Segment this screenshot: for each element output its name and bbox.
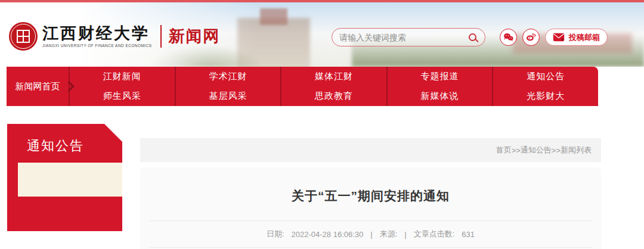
breadcrumb-separator: >>	[512, 146, 521, 155]
nav-item-jcfc[interactable]: 基层风采	[176, 86, 281, 106]
envelope-icon	[553, 33, 565, 42]
nav-item-tzgg[interactable]: 通知公告	[493, 67, 598, 86]
header-banner: 江西财经大学 JIANGXI UNIVERSITY OF FINANCE AND…	[0, 2, 644, 67]
nav-home[interactable]: 新闻网首页	[7, 67, 69, 106]
nav-item-gycd[interactable]: 光影财大	[493, 86, 598, 106]
header-actions: 投稿邮箱	[500, 29, 608, 46]
meta-separator: |	[370, 230, 372, 239]
meta-source-label: 来源:	[380, 229, 398, 239]
nav-item-jcxw[interactable]: 江财新闻	[70, 67, 175, 86]
meta-date-label: 日期:	[267, 229, 284, 239]
logo-divider	[160, 25, 162, 48]
article-title: 关于“五一”期间安排的通知	[140, 167, 601, 204]
article-card: 关于“五一”期间安排的通知 日期: 2022-04-28 16:06:30 | …	[140, 167, 601, 249]
meta-clicks-label: 文章点击数:	[414, 229, 455, 239]
nav-item-szjy[interactable]: 思政教育	[281, 86, 386, 106]
nav-column-2: 学术江财 基层风采	[175, 67, 281, 106]
breadcrumb-current: 新闻列表	[561, 145, 592, 155]
article-divider-bottom	[150, 247, 592, 248]
university-name-en: JIANGXI UNIVERSITY OF FINANCE AND ECONOM…	[42, 43, 152, 48]
university-logo[interactable]: 江西财经大学 JIANGXI UNIVERSITY OF FINANCE AND…	[9, 22, 221, 51]
breadcrumb-section[interactable]: 通知公告	[521, 145, 552, 155]
breadcrumb-home[interactable]: 首页	[496, 145, 512, 155]
page: 江西财经大学 JIANGXI UNIVERSITY OF FINANCE AND…	[0, 0, 644, 249]
nav-item-mtjc[interactable]: 媒体江财	[281, 67, 386, 86]
campus-photo-tower	[260, 8, 287, 25]
university-name: 江西财经大学	[42, 25, 152, 42]
nav-item-xmts[interactable]: 新媒体说	[388, 86, 493, 106]
breadcrumb: 首页>>通知公告>>新闻列表	[140, 138, 601, 162]
university-seal-icon	[9, 22, 38, 51]
wechat-icon	[503, 32, 514, 43]
sidebar-notice-panel: 通知公告	[7, 124, 122, 231]
weibo-button[interactable]	[522, 29, 540, 46]
sidebar-title: 通知公告	[27, 137, 122, 155]
weibo-icon	[525, 32, 537, 43]
nav-column-1: 江财新闻 师生风采	[69, 67, 175, 106]
meta-date-value: 2022-04-28 16:06:30	[292, 230, 364, 239]
search-box[interactable]	[332, 28, 485, 46]
meta-clicks-value: 631	[462, 230, 475, 239]
nav-item-ztbd[interactable]: 专题报道	[388, 67, 493, 86]
nav-column-5: 通知公告 光影财大	[492, 67, 598, 106]
nav-item-xsjc[interactable]: 学术江财	[176, 67, 281, 86]
sidebar-active-item[interactable]	[18, 163, 122, 197]
submission-mailbox-label: 投稿邮箱	[569, 32, 600, 43]
search-input[interactable]	[339, 33, 469, 42]
submission-mailbox-button[interactable]: 投稿邮箱	[545, 29, 608, 46]
nav-item-ssfc[interactable]: 师生风采	[70, 86, 175, 106]
main-nav: 新闻网首页 江财新闻 师生风采 学术江财 基层风采 媒体江财 思政教育 专题报道…	[7, 67, 598, 106]
search-icon[interactable]	[469, 33, 476, 41]
wechat-button[interactable]	[500, 29, 517, 46]
site-name: 新闻网	[169, 26, 221, 47]
breadcrumb-separator: >>	[552, 146, 561, 155]
article-divider-top	[150, 220, 592, 221]
article-meta: 日期: 2022-04-28 16:06:30 | 来源: | 文章点击数: 6…	[140, 229, 601, 239]
university-name-block: 江西财经大学 JIANGXI UNIVERSITY OF FINANCE AND…	[42, 25, 152, 47]
nav-column-4: 专题报道 新媒体说	[386, 67, 493, 106]
meta-separator: |	[404, 230, 406, 239]
nav-column-3: 媒体江财 思政教育	[280, 67, 386, 106]
